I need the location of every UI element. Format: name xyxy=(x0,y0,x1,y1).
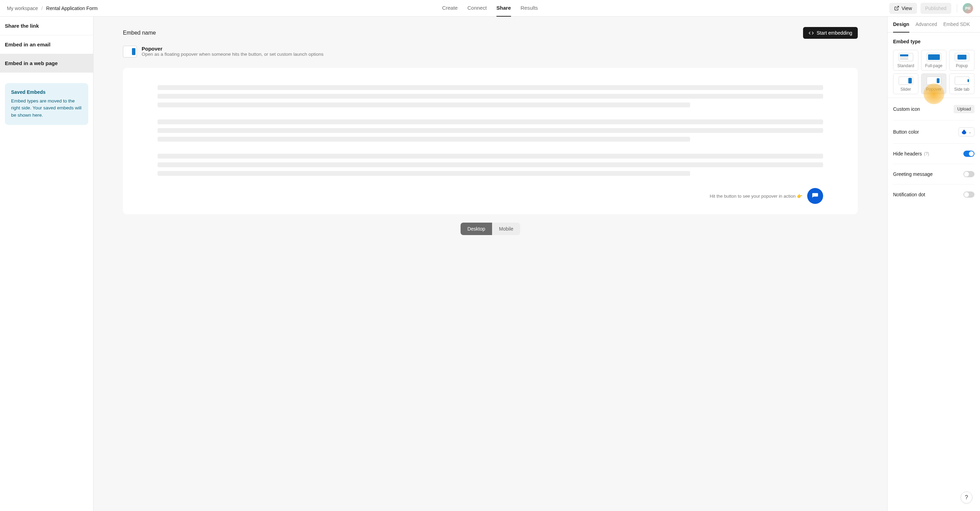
embed-type-label: Standard xyxy=(895,63,916,68)
skeleton-group xyxy=(158,85,823,107)
popover-icon xyxy=(927,76,941,85)
right-panel-tabs: Design Advanced Embed SDK xyxy=(888,17,980,33)
tab-create[interactable]: Create xyxy=(442,0,458,17)
hide-headers-text: Hide headers xyxy=(893,151,922,157)
right-panel: Design Advanced Embed SDK Embed type Sta… xyxy=(887,17,980,511)
button-color-picker[interactable]: ⌄ xyxy=(959,127,974,136)
start-embedding-label: Start embedding xyxy=(816,30,852,36)
tab-results[interactable]: Results xyxy=(520,0,538,17)
custom-icon-label: Custom icon xyxy=(893,106,920,112)
center-panel: Embed name Start embedding Popover Open … xyxy=(94,17,887,511)
popup-icon xyxy=(955,53,969,61)
skeleton-line xyxy=(158,128,823,133)
skeleton-line xyxy=(158,154,823,159)
embed-description-text: Popover Open as a floating popover when … xyxy=(142,46,858,57)
notification-label: Notification dot xyxy=(893,192,925,197)
center-header: Embed name Start embedding xyxy=(123,27,858,39)
chevron-down-icon: ⌄ xyxy=(969,130,971,134)
breadcrumb: My workspace / Rental Application Form xyxy=(7,6,98,11)
device-desktop-button[interactable]: Desktop xyxy=(461,222,492,235)
device-toggle: Desktop Mobile xyxy=(123,222,858,235)
device-mobile-button[interactable]: Mobile xyxy=(492,222,520,235)
chat-icon xyxy=(812,192,819,199)
top-tabs: Create Connect Share Results xyxy=(442,0,538,17)
skeleton-line xyxy=(158,171,690,176)
embed-type-label: Popover xyxy=(923,87,945,92)
breadcrumb-workspace[interactable]: My workspace xyxy=(7,6,38,11)
color-drop-icon xyxy=(962,130,967,134)
preview-hint-row: Hit the button to see your popover in ac… xyxy=(158,188,823,204)
setting-greeting-message: Greeting message xyxy=(893,164,974,184)
embed-type-sidetab[interactable]: Side tab xyxy=(949,73,974,94)
hide-headers-label: Hide headers (?) xyxy=(893,151,929,157)
sidebar-item-embed-email[interactable]: Embed in an email xyxy=(0,35,93,54)
saved-embeds-title: Saved Embeds xyxy=(11,89,82,95)
upload-button[interactable]: Upload xyxy=(954,105,974,113)
setting-notification-dot: Notification dot xyxy=(893,184,974,205)
embed-type-label: Side tab xyxy=(951,87,973,92)
view-button[interactable]: View xyxy=(889,3,916,14)
saved-embeds-box: Saved Embeds Embed types are moved to th… xyxy=(5,83,88,125)
breadcrumb-current[interactable]: Rental Application Form xyxy=(46,6,98,11)
skeleton-line xyxy=(158,103,690,107)
embed-type-standard[interactable]: Standard xyxy=(893,50,918,71)
help-hint-icon[interactable]: (?) xyxy=(924,151,929,156)
button-color-label: Button color xyxy=(893,129,919,135)
embed-type-label: Popup xyxy=(951,63,973,68)
published-button: Published xyxy=(920,3,951,14)
skeleton-line xyxy=(158,162,823,167)
embed-type-fullpage[interactable]: Full-page xyxy=(921,50,947,71)
embed-type-title: Popover xyxy=(142,46,858,52)
setting-hide-headers: Hide headers (?) xyxy=(893,144,974,164)
tab-design[interactable]: Design xyxy=(893,17,909,33)
avatar[interactable]: PR xyxy=(963,3,973,14)
skeleton-group xyxy=(158,154,823,176)
saved-embeds-desc: Embed types are moved to the right side.… xyxy=(11,98,82,119)
tab-share[interactable]: Share xyxy=(496,0,511,17)
embed-type-label: Full-page xyxy=(923,63,945,68)
view-label: View xyxy=(901,6,912,11)
embed-type-grid: Standard Full-page Popup Slider xyxy=(893,50,974,94)
embed-type-section-label: Embed type xyxy=(893,39,974,44)
sidebar-item-embed-webpage[interactable]: Embed in a web page xyxy=(0,54,93,73)
sidetab-icon xyxy=(955,76,969,85)
device-toggle-group: Desktop Mobile xyxy=(461,222,520,235)
skeleton-line xyxy=(158,94,823,99)
setting-button-color: Button color ⌄ xyxy=(893,121,974,144)
popover-launch-button[interactable] xyxy=(807,188,823,204)
start-embedding-button[interactable]: Start embedding xyxy=(803,27,858,39)
left-sidebar: Share the link Embed in an email Embed i… xyxy=(0,17,94,511)
greeting-toggle[interactable] xyxy=(963,171,974,177)
code-icon xyxy=(808,30,814,36)
tab-advanced[interactable]: Advanced xyxy=(916,17,937,33)
hide-headers-toggle[interactable] xyxy=(963,151,974,157)
embed-name-label[interactable]: Embed name xyxy=(123,30,156,36)
embed-type-popover[interactable]: Popover xyxy=(921,73,947,94)
embed-type-slider[interactable]: Slider xyxy=(893,73,918,94)
top-header: My workspace / Rental Application Form C… xyxy=(0,0,980,17)
tab-embed-sdk[interactable]: Embed SDK xyxy=(943,17,970,33)
skeleton-group xyxy=(158,119,823,141)
skeleton-line xyxy=(158,137,690,141)
right-panel-body: Embed type Standard Full-page Popup xyxy=(888,33,980,511)
skeleton-line xyxy=(158,85,823,90)
greeting-label: Greeting message xyxy=(893,171,932,177)
breadcrumb-separator: / xyxy=(41,6,43,11)
preview-hint-text: Hit the button to see your popover in ac… xyxy=(710,194,803,199)
popover-thumb-icon xyxy=(123,46,137,57)
help-button[interactable]: ? xyxy=(961,492,972,503)
tab-connect[interactable]: Connect xyxy=(468,0,487,17)
embed-type-subtitle: Open as a floating popover when someone … xyxy=(142,52,858,57)
standard-icon xyxy=(899,53,913,61)
skeleton-line xyxy=(158,119,823,124)
setting-custom-icon: Custom icon Upload xyxy=(893,98,974,121)
embed-description-row: Popover Open as a floating popover when … xyxy=(123,46,858,57)
external-link-icon xyxy=(894,6,899,11)
embed-type-popup[interactable]: Popup xyxy=(949,50,974,71)
notification-toggle[interactable] xyxy=(963,192,974,198)
published-label: Published xyxy=(925,6,947,11)
preview-card: Hit the button to see your popover in ac… xyxy=(123,68,858,214)
sidebar-item-share-link[interactable]: Share the link xyxy=(0,17,93,35)
embed-type-label: Slider xyxy=(895,87,916,92)
top-right-actions: View Published PR xyxy=(889,3,973,14)
